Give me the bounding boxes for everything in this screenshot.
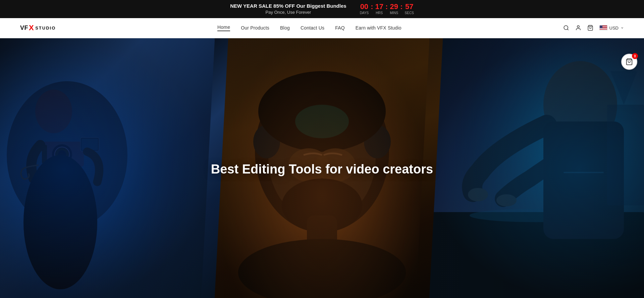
countdown-mins: 29 Mins bbox=[390, 3, 398, 15]
svg-point-29 bbox=[543, 61, 617, 148]
countdown-timer: 00 Days : 17 Hrs : 29 Mins : 57 Secs bbox=[360, 3, 414, 15]
chevron-down-icon bbox=[621, 26, 624, 30]
svg-point-27 bbox=[295, 105, 349, 138]
search-icon bbox=[563, 25, 569, 31]
cart-badge: 0 bbox=[632, 53, 638, 59]
camera-person-illustration bbox=[0, 38, 215, 298]
svg-point-0 bbox=[564, 26, 568, 30]
svg-rect-8 bbox=[42, 145, 47, 163]
svg-rect-25 bbox=[307, 215, 337, 266]
svg-line-1 bbox=[567, 29, 568, 30]
main-nav: Home Our Products Blog Contact Us FAQ Ea… bbox=[217, 24, 401, 31]
svg-point-19 bbox=[253, 125, 280, 158]
svg-point-30 bbox=[468, 188, 488, 201]
flag-usa bbox=[599, 25, 607, 31]
svg-point-18 bbox=[268, 95, 376, 222]
logo-studio-text: STUDIO bbox=[35, 26, 56, 31]
logo[interactable]: VFXSTUDIO bbox=[20, 23, 56, 32]
svg-point-17 bbox=[255, 71, 389, 232]
svg-rect-13 bbox=[82, 139, 98, 150]
svg-rect-5 bbox=[0, 38, 215, 298]
nav-faq[interactable]: FAQ bbox=[335, 25, 345, 31]
svg-point-20 bbox=[364, 125, 391, 158]
svg-marker-36 bbox=[610, 71, 637, 105]
hero-panel-right bbox=[429, 38, 644, 298]
announcement-bar: NEW YEAR SALE 85% OFF Our Biggest Bundle… bbox=[0, 0, 644, 18]
sale-headline: NEW YEAR SALE 85% OFF Our Biggest Bundle… bbox=[230, 3, 346, 10]
currency-label: USD bbox=[609, 26, 619, 31]
svg-point-11 bbox=[58, 150, 66, 158]
header-actions: USD bbox=[563, 25, 624, 31]
svg-rect-37 bbox=[607, 105, 644, 205]
cart-icon bbox=[587, 25, 593, 31]
svg-point-33 bbox=[470, 209, 604, 222]
svg-point-2 bbox=[577, 26, 579, 28]
svg-point-15 bbox=[23, 155, 97, 289]
svg-rect-12 bbox=[80, 138, 99, 151]
svg-point-31 bbox=[496, 194, 517, 206]
svg-rect-34 bbox=[543, 121, 624, 239]
svg-rect-7 bbox=[44, 142, 84, 167]
person-icon bbox=[575, 25, 581, 31]
svg-point-10 bbox=[55, 147, 69, 162]
floating-cart-button[interactable]: 0 bbox=[621, 54, 637, 70]
hero-section: Best Editing Tools for video creators bbox=[0, 38, 644, 298]
cart-header-button[interactable] bbox=[587, 25, 593, 31]
hero-panel-left bbox=[0, 38, 215, 298]
countdown-sep-1: : bbox=[371, 3, 373, 10]
logo-vfx: VF bbox=[20, 24, 28, 32]
svg-rect-28 bbox=[429, 38, 644, 298]
header: VFXSTUDIO Home Our Products Blog Contact… bbox=[0, 18, 644, 38]
countdown-sep-3: : bbox=[400, 3, 402, 10]
sale-highlight-text: NEW YEAR SALE 85% OFF Our Biggest Bundle… bbox=[230, 3, 346, 9]
countdown-days: 00 Days bbox=[360, 3, 369, 15]
login-button[interactable] bbox=[575, 25, 581, 31]
sub-text: Pay Once, Use Forever bbox=[265, 10, 311, 15]
svg-point-6 bbox=[7, 81, 127, 229]
svg-point-26 bbox=[238, 239, 406, 298]
currency-button[interactable]: USD bbox=[599, 25, 624, 31]
logo-x-letter: X bbox=[29, 23, 34, 32]
svg-rect-32 bbox=[429, 212, 644, 298]
nav-home[interactable]: Home bbox=[217, 24, 230, 31]
svg-point-14 bbox=[35, 90, 72, 133]
nav-contact[interactable]: Contact Us bbox=[301, 25, 324, 31]
computer-person-illustration bbox=[429, 38, 644, 298]
svg-point-9 bbox=[52, 144, 72, 164]
countdown-secs: 57 Secs bbox=[405, 3, 414, 15]
svg-rect-35 bbox=[564, 172, 604, 173]
countdown-sep-2: : bbox=[385, 3, 388, 10]
hero-headline: Best Editing Tools for video creators bbox=[211, 162, 433, 176]
nav-blog[interactable]: Blog bbox=[280, 25, 290, 31]
nav-earn[interactable]: Earn with VFX Studio bbox=[356, 25, 401, 31]
svg-point-24 bbox=[282, 179, 362, 232]
svg-point-21 bbox=[258, 71, 386, 152]
cart-bubble-icon bbox=[626, 58, 633, 65]
search-button[interactable] bbox=[563, 25, 569, 31]
announcement-text: NEW YEAR SALE 85% OFF Our Biggest Bundle… bbox=[230, 3, 346, 15]
nav-products[interactable]: Our Products bbox=[241, 25, 269, 31]
countdown-hrs: 17 Hrs bbox=[375, 3, 383, 15]
